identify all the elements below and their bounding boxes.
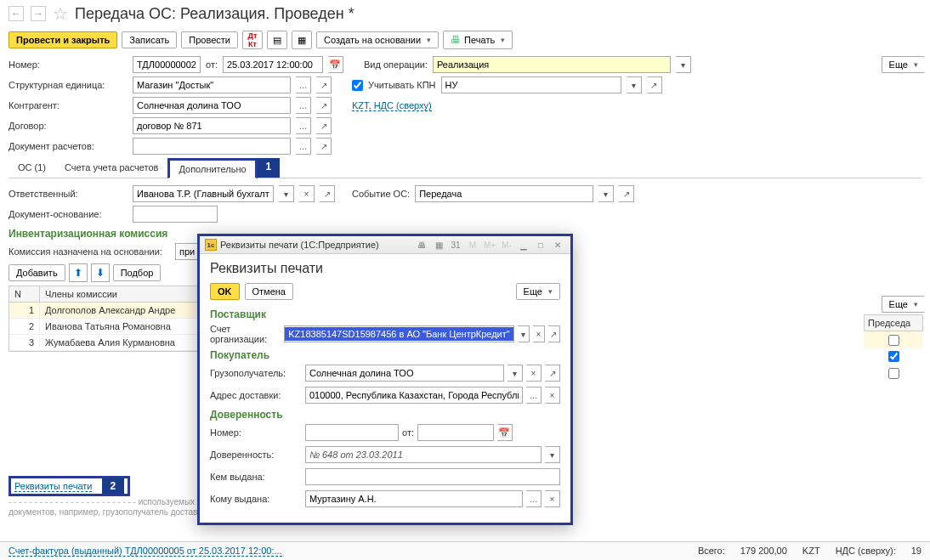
responsible-input[interactable] [133, 185, 274, 202]
page-title: Передача ОС: Реализация. Проведен * [75, 5, 354, 23]
select-button[interactable]: Подбор [113, 264, 162, 281]
consignee-dropdown[interactable]: ▾ [508, 365, 523, 382]
contract-open[interactable]: ↗ [316, 117, 332, 134]
proxy-num-label: Номер: [210, 427, 302, 438]
dialog-ok-button[interactable]: OK [210, 283, 240, 300]
print-button[interactable]: 🖶Печать [443, 31, 513, 49]
event-open[interactable]: ↗ [619, 185, 634, 202]
basis-doc-input[interactable] [133, 206, 218, 223]
add-row-button[interactable]: Добавить [9, 264, 65, 281]
kpn-checkbox[interactable] [352, 80, 363, 91]
dk-button[interactable]: ДтКт [242, 31, 263, 49]
resp-clear[interactable]: × [299, 185, 315, 202]
invoice-link[interactable]: Счет-фактура (выданный) ТДЛ00000005 от 2… [9, 546, 282, 557]
unit-select[interactable]: … [296, 76, 311, 93]
event-input[interactable] [415, 185, 593, 202]
commission-basis-input[interactable] [175, 243, 199, 260]
unit-input[interactable] [133, 76, 291, 93]
settlement-doc-input[interactable] [133, 138, 291, 155]
proxy-input[interactable] [305, 446, 542, 463]
minimize-icon[interactable]: ▁ [516, 238, 531, 252]
tab-additional[interactable]: Дополнительно [167, 158, 257, 178]
issued-to-select[interactable]: … [526, 490, 542, 507]
chair-column: Председа [864, 314, 923, 382]
account-open[interactable]: ↗ [548, 325, 560, 342]
maximize-icon[interactable]: □ [533, 238, 548, 252]
create-based-on-button[interactable]: Создать на основании [316, 31, 439, 48]
date-input[interactable] [223, 56, 323, 73]
table-row[interactable]: 3 Жумабаева Алия Курмановна [9, 335, 199, 351]
consignee-open[interactable]: ↗ [545, 365, 560, 382]
move-down-button[interactable]: ⬇ [91, 263, 110, 282]
account-input[interactable]: KZ18385147SD15987456 в АО "Банк ЦентрКре… [285, 327, 513, 341]
table-row[interactable]: 2 Иванова Татьяна Романовна [9, 319, 199, 335]
contract-input[interactable] [133, 117, 291, 134]
consignee-clear[interactable]: × [526, 365, 542, 382]
tab-accounts[interactable]: Счета учета расчетов [55, 158, 167, 178]
proxy-dropdown[interactable]: ▾ [545, 446, 560, 463]
tool-mminus-icon[interactable]: M- [499, 238, 514, 252]
commission-basis-label: Комиссия назначена на основании: [9, 246, 170, 257]
chair-check-1[interactable] [888, 335, 899, 346]
op-type-dropdown[interactable]: ▾ [676, 56, 691, 73]
proxy-num-input[interactable] [305, 424, 399, 441]
number-input[interactable] [133, 56, 201, 73]
post-button[interactable]: Провести [181, 31, 238, 48]
record-button[interactable]: Записать [122, 31, 177, 48]
contract-label: Договор: [9, 121, 128, 131]
favorite-star-icon[interactable]: ☆ [53, 3, 68, 24]
settlement-doc-select[interactable]: … [296, 138, 311, 155]
nav-back-button[interactable]: ← [9, 6, 24, 21]
account-dropdown[interactable]: ▾ [518, 325, 530, 342]
tool-calc-icon[interactable]: ▦ [431, 238, 446, 252]
move-up-button[interactable]: ⬆ [69, 263, 88, 282]
contractor-input[interactable] [133, 97, 291, 114]
issued-to-input[interactable] [305, 490, 523, 507]
address-input[interactable] [305, 387, 523, 404]
form-button-2[interactable]: ▦ [292, 31, 312, 49]
issued-by-input[interactable] [305, 468, 560, 485]
tax-link[interactable]: KZT, НДС (сверху) [352, 100, 432, 111]
account-label: Счет организации: [210, 324, 281, 344]
kpn-open[interactable]: ↗ [647, 76, 662, 93]
commission-table: N Члены комиссии 1 Долгополов Александр … [9, 286, 200, 352]
post-and-close-button[interactable]: Провести и закрыть [9, 31, 117, 48]
more-button-main[interactable]: Еще [882, 56, 925, 73]
kpn-input[interactable] [441, 76, 621, 93]
chair-check-2[interactable] [888, 351, 899, 362]
settlement-doc-open[interactable]: ↗ [316, 138, 332, 155]
proxy-date-input[interactable] [417, 424, 494, 441]
address-clear[interactable]: × [545, 387, 560, 404]
tool-calendar-icon[interactable]: 31 [448, 238, 463, 252]
event-dropdown[interactable]: ▾ [598, 185, 614, 202]
calendar-icon[interactable]: 📅 [328, 56, 343, 73]
tab-os[interactable]: ОС (1) [9, 158, 55, 178]
form-button-1[interactable]: ▤ [267, 31, 287, 49]
proxy-calendar-icon[interactable]: 📅 [497, 424, 513, 441]
contract-select[interactable]: … [296, 117, 311, 134]
dialog-cancel-button[interactable]: Отмена [245, 283, 293, 300]
unit-open[interactable]: ↗ [316, 76, 332, 93]
more-button-table[interactable]: Еще [882, 296, 925, 313]
table-row[interactable]: 1 Долгополов Александр Андре [9, 303, 199, 319]
app-icon: 1c [205, 239, 217, 251]
resp-dropdown[interactable]: ▾ [279, 185, 294, 202]
contractor-select[interactable]: … [296, 97, 311, 114]
account-clear[interactable]: × [533, 325, 545, 342]
resp-open[interactable]: ↗ [320, 185, 335, 202]
consignee-input[interactable] [305, 365, 504, 382]
dialog-titlebar[interactable]: 1c Реквизиты печати (1С:Предприятие) 🖶 ▦… [200, 236, 570, 254]
print-requisites-link[interactable]: Реквизиты печати [14, 481, 92, 492]
kpn-dropdown[interactable]: ▾ [627, 76, 642, 93]
op-type-input[interactable] [433, 56, 671, 73]
issued-to-clear[interactable]: × [545, 490, 560, 507]
tool-m-icon[interactable]: M [465, 238, 480, 252]
nav-forward-button[interactable]: → [31, 6, 46, 21]
contractor-open[interactable]: ↗ [316, 97, 332, 114]
dialog-more-button[interactable]: Еще [516, 283, 560, 300]
address-select[interactable]: … [526, 387, 542, 404]
close-icon[interactable]: ✕ [550, 238, 565, 252]
chair-check-3[interactable] [888, 368, 899, 379]
tool-print-icon[interactable]: 🖶 [414, 238, 429, 252]
tool-mplus-icon[interactable]: M+ [482, 238, 497, 252]
